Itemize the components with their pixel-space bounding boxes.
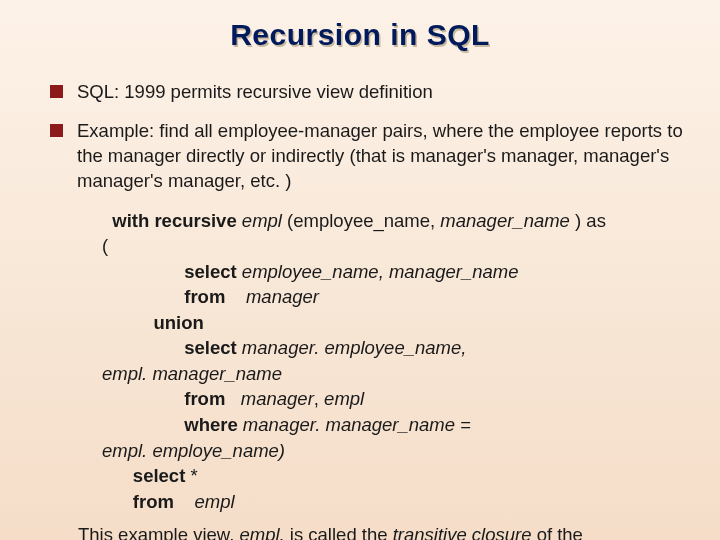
code-line: empl. employe_name): [102, 438, 690, 464]
code-line: select *: [102, 463, 690, 489]
code-line: select manager. employee_name,: [102, 335, 690, 361]
list-item: Example: find all employee-manager pairs…: [50, 119, 690, 194]
code-line: select employee_name, manager_name: [102, 259, 690, 285]
code-line: from empl: [102, 489, 690, 515]
code-line: from manager, empl: [102, 386, 690, 412]
bullet-text: Example: find all employee-manager pairs…: [77, 119, 690, 194]
code-line: with recursive empl (employee_name, mana…: [102, 208, 690, 234]
code-line: (: [102, 233, 690, 259]
code-line: where manager. manager_name =: [102, 412, 690, 438]
code-line: from manager: [102, 284, 690, 310]
bullet-icon: [50, 124, 63, 137]
footer-text: This example view, empl, is called the t…: [78, 524, 690, 540]
bullet-text: SQL: 1999 permits recursive view definit…: [77, 80, 690, 105]
bullet-icon: [50, 85, 63, 98]
list-item: SQL: 1999 permits recursive view definit…: [50, 80, 690, 105]
slide-title: Recursion in SQL: [30, 18, 690, 52]
code-line: union: [102, 310, 690, 336]
bullet-list: SQL: 1999 permits recursive view definit…: [30, 80, 690, 194]
code-block: with recursive empl (employee_name, mana…: [102, 208, 690, 514]
code-line: empl. manager_name: [102, 361, 690, 387]
